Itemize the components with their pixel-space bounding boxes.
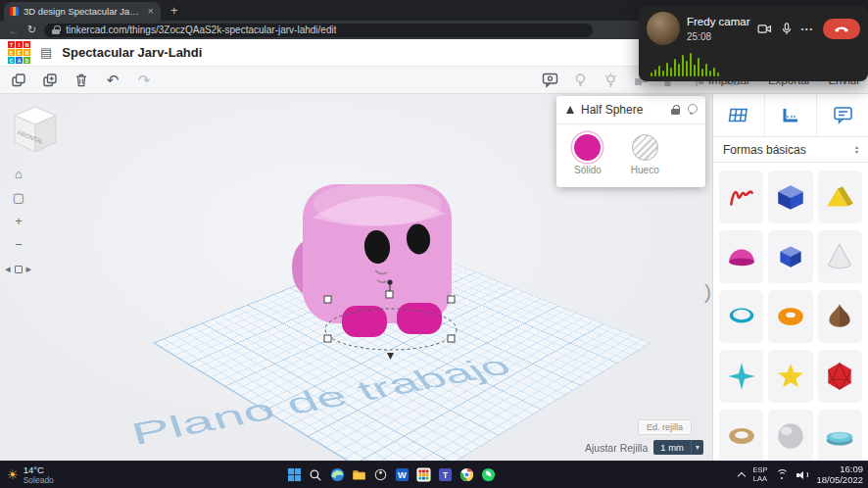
copy-button[interactable] <box>10 72 27 89</box>
refresh-icon[interactable]: ↻ <box>27 24 36 35</box>
scale-handle[interactable] <box>324 296 331 303</box>
snap-grid-select[interactable]: 1 mm ▾ <box>653 440 703 455</box>
paraboloid-icon <box>823 300 856 333</box>
taskbar-search-button[interactable] <box>307 466 324 484</box>
orbit-center-icon[interactable] <box>15 266 23 273</box>
taskbar-whatsapp-button[interactable] <box>479 466 497 484</box>
orbit-right-icon[interactable]: ▸ <box>26 263 32 275</box>
paste-button[interactable] <box>41 72 59 89</box>
clock[interactable]: 16:09 18/05/2022 <box>816 464 863 485</box>
shape-tile-tube[interactable] <box>719 290 763 343</box>
tray-chevron-icon[interactable] <box>738 471 746 479</box>
taskbar-edge-button[interactable] <box>328 466 346 484</box>
waveform-bar <box>662 71 664 76</box>
torus-icon <box>774 300 807 333</box>
taskbar-teams-button[interactable]: T <box>436 466 454 484</box>
workplane-grid-icon <box>728 107 749 124</box>
taskbar-start-button[interactable] <box>285 466 303 484</box>
weather-condition: Soleado <box>24 475 54 485</box>
hide-shape-icon[interactable] <box>687 104 696 116</box>
taskbar-file-explorer-button[interactable] <box>350 466 367 484</box>
taskbar-word-button[interactable]: W <box>393 466 410 484</box>
taskbar-tinkercad-button[interactable] <box>414 466 432 484</box>
taskbar-obs-studio-button[interactable] <box>371 466 389 484</box>
waveform-bar <box>690 53 692 76</box>
hangup-button[interactable] <box>823 19 860 39</box>
orbit-left-icon[interactable]: ◂ <box>5 263 11 275</box>
undo-button[interactable]: ↶ <box>104 72 121 89</box>
weather-widget[interactable]: ☀ 14°C Soleado <box>7 462 54 488</box>
shape-tile-half-sphere[interactable] <box>719 230 763 283</box>
shape-tile-star-4[interactable] <box>719 350 763 403</box>
new-tab-button[interactable]: + <box>170 3 178 18</box>
scale-handle[interactable] <box>448 296 455 303</box>
panel-collapse-handle[interactable]: ) <box>704 280 711 304</box>
trash-icon <box>73 73 89 88</box>
shape-tile-icosahedron[interactable] <box>818 350 862 403</box>
redo-button[interactable]: ↷ <box>135 72 153 89</box>
logo-cell: R <box>24 49 30 56</box>
shape-tile-roof[interactable] <box>818 171 862 223</box>
show-notes-button[interactable] <box>541 72 558 89</box>
bulb-all-button[interactable] <box>602 72 619 89</box>
fit-view-button[interactable]: ▢ <box>10 188 27 206</box>
delete-button[interactable] <box>72 72 90 89</box>
shapes-panel: Formas básicas ▴ ▾ <box>712 94 868 461</box>
bulb-on-button[interactable] <box>571 72 589 89</box>
hole-swatch[interactable] <box>632 134 658 161</box>
zoom-in-button[interactable]: + <box>10 212 27 229</box>
design-title[interactable]: Spectacular Jarv-Lahdi <box>62 45 202 60</box>
waveform-bar <box>686 61 688 76</box>
tinkercad-logo[interactable]: TINKERCAD <box>8 41 30 64</box>
shape-properties-card: Half Sphere Sólido Hueco <box>556 96 705 187</box>
language-indicator[interactable]: ESPLAA <box>752 466 767 483</box>
waveform-bar <box>694 65 696 76</box>
orbit-pad[interactable]: ◂ ▸ <box>5 263 31 275</box>
workplane-tool-button[interactable] <box>713 94 765 136</box>
scale-handle[interactable] <box>324 335 331 342</box>
scale-handle[interactable] <box>448 335 455 342</box>
lock-shape-icon[interactable] <box>671 105 680 116</box>
menu-icon[interactable]: ▤ <box>40 46 52 59</box>
wifi-icon[interactable] <box>775 469 789 480</box>
home-view-button[interactable]: ⌂ <box>10 165 27 182</box>
tab-close-icon[interactable]: × <box>147 6 155 17</box>
taskbar-chrome-button[interactable] <box>458 466 475 484</box>
camera-icon[interactable] <box>757 24 772 34</box>
solid-swatch[interactable] <box>574 134 601 161</box>
model-foot-right[interactable] <box>397 303 442 334</box>
back-icon[interactable]: ← <box>8 24 20 36</box>
shape-tile-scribble[interactable] <box>719 171 763 223</box>
roof-icon <box>823 180 856 214</box>
selected-model[interactable] <box>291 167 487 363</box>
shape-tile-cone[interactable] <box>818 230 862 283</box>
waveform-bar <box>654 70 656 76</box>
rotate-handle[interactable] <box>387 279 392 284</box>
shape-tile-ring[interactable] <box>719 410 763 461</box>
zoom-out-button[interactable]: − <box>10 235 27 253</box>
model-highlight <box>313 182 442 225</box>
shape-tile-box[interactable] <box>768 171 812 223</box>
shape-tile-star-5[interactable] <box>768 350 812 403</box>
logo-cell: T <box>8 41 15 48</box>
move-arrow[interactable] <box>387 353 394 360</box>
ruler-tool-button[interactable] <box>765 94 817 136</box>
shape-tile-paraboloid[interactable] <box>818 290 862 343</box>
browser-tab[interactable]: 3D design Spectacular Jarv-Lahd × <box>4 2 161 21</box>
more-options-icon[interactable]: ••• <box>801 25 814 32</box>
solid-option[interactable]: Sólido <box>574 134 602 175</box>
shape-tile-torus[interactable] <box>768 290 812 343</box>
volume-icon[interactable] <box>796 470 808 480</box>
notes-tool-button[interactable] <box>817 94 868 136</box>
scale-handle[interactable] <box>386 291 393 298</box>
microphone-icon[interactable] <box>781 22 793 36</box>
shape-tile-polygon[interactable] <box>768 230 812 283</box>
shape-category-select[interactable]: Formas básicas ▴ ▾ <box>713 137 868 163</box>
edit-grid-button[interactable]: Ed. rejilla <box>638 419 692 435</box>
address-bar[interactable]: tinkercad.com/things/3ZoczQAaS2k-spectac… <box>44 24 593 37</box>
shape-category-label: Formas básicas <box>723 143 806 157</box>
view-cube[interactable]: FRONTAL <box>8 100 63 157</box>
hole-option[interactable]: Hueco <box>631 134 659 175</box>
shape-tile-dish[interactable] <box>818 410 862 461</box>
shape-tile-sphere[interactable] <box>768 410 812 461</box>
